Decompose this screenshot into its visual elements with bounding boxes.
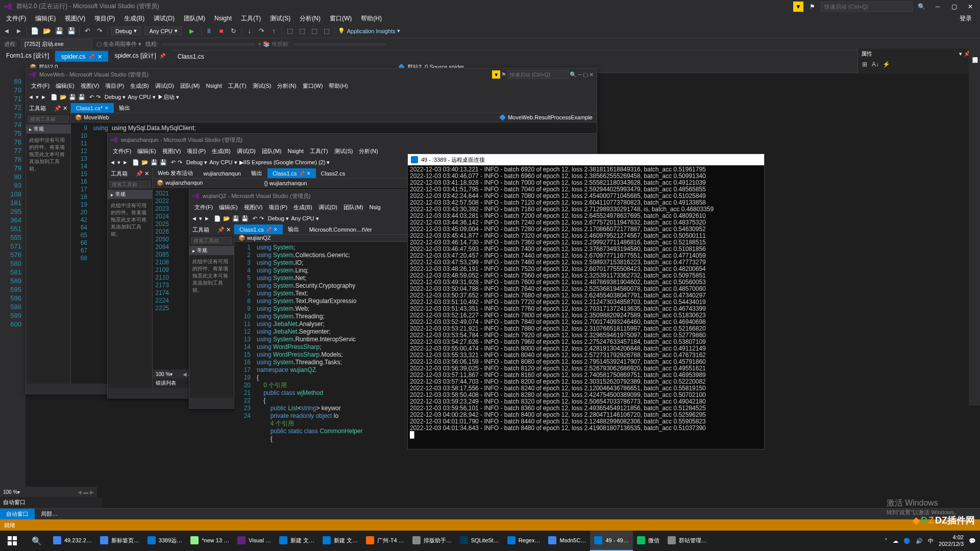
vs1-crumb2[interactable]: 🔷 MoveWeb.ResultProcessExample (499, 114, 593, 121)
platform-dropdown[interactable]: Any CPU ▾ (128, 94, 155, 101)
vs2-crumb2[interactable]: {} wujianzhanqun (264, 180, 307, 186)
menu-item[interactable]: 编辑(E) (53, 82, 78, 90)
stop-icon[interactable]: ■ (217, 27, 226, 36)
new-icon[interactable]: 📄 (214, 215, 221, 222)
menu-item[interactable]: 工具(T) (237, 13, 265, 24)
open-icon[interactable]: 📂 (60, 94, 67, 101)
rdp-titlebar[interactable]: 49 - :3389 - 远程桌面连接 (408, 154, 764, 165)
menu-item[interactable]: 视图(V) (78, 82, 103, 90)
taskbar-item[interactable]: 新标签页… (96, 531, 143, 551)
toolbar-icon[interactable]: ⬚ (298, 27, 307, 36)
nav-back-icon[interactable]: ◄ (28, 94, 34, 100)
taskbar-item[interactable]: 排版助手… (408, 531, 456, 551)
lifecycle-label[interactable]: ▢ 生命周期事件 ▾ (96, 40, 141, 48)
redo-icon[interactable]: ↷ (259, 215, 264, 222)
platform-dropdown[interactable]: Any CPU ▾ (209, 159, 237, 166)
document-tab[interactable]: Microsoft.Common…tVer (304, 224, 377, 234)
save-all-icon[interactable]: 💾 (160, 159, 167, 166)
document-tab[interactable]: Class1.cs (172, 51, 210, 62)
nav-back-icon[interactable]: ◄ (110, 159, 115, 165)
close-button[interactable]: ✕ (963, 2, 978, 12)
menu-item[interactable]: 分析(N) (296, 13, 325, 24)
bottom-panel-tab[interactable]: 局部… (35, 509, 64, 519)
menu-item[interactable]: 项目(P) (265, 203, 290, 212)
taskbar-item[interactable]: 新建 文… (275, 531, 318, 551)
start-button[interactable] (0, 531, 24, 551)
toolbox-search[interactable] (28, 115, 69, 123)
menu-item[interactable]: 工具(T) (225, 82, 250, 90)
config-dropdown[interactable]: Debug ▾ (186, 159, 207, 166)
taskbar-item[interactable]: Regex… (503, 531, 545, 551)
tray-cloud-icon[interactable]: ☁ (893, 538, 898, 544)
close-button[interactable]: ✕ (589, 71, 594, 78)
start-button[interactable]: ▶启动 ▾ (158, 93, 179, 101)
redo-icon[interactable]: ↷ (178, 159, 182, 166)
document-tab[interactable]: Class1.cs📌✕ (234, 224, 283, 234)
nav-fwd-icon[interactable]: ► (204, 215, 210, 221)
taskbar-item[interactable]: 49 - 49… (590, 531, 632, 551)
undo-icon[interactable]: ↶ (171, 159, 176, 166)
new-icon[interactable]: 📄 (51, 94, 58, 101)
menu-item[interactable]: 窗口(W) (326, 13, 356, 24)
open-icon[interactable]: 📂 (223, 215, 230, 222)
pin-icon[interactable]: 📌 ✕ (54, 105, 67, 112)
menu-item[interactable]: 窗口(W) (300, 82, 326, 90)
menu-item[interactable]: 项目(P) (184, 147, 209, 156)
taskbar-item[interactable]: 3389远… (143, 531, 186, 551)
menu-item[interactable]: 分析(N) (274, 82, 299, 90)
document-tab[interactable]: spider.cs📌✕ (55, 51, 108, 62)
menu-item[interactable]: 团队(M) (340, 203, 366, 212)
undo-icon[interactable]: ↶ (83, 27, 92, 36)
menu-item[interactable]: 团队(M) (180, 13, 209, 24)
events-icon[interactable]: ⚡ (881, 60, 891, 69)
vs2-zoom[interactable]: 100 % (156, 371, 170, 377)
document-tab[interactable]: spider.cs [设计]📌 (108, 49, 171, 62)
menu-item[interactable]: 项目(P) (90, 13, 119, 24)
menu-item[interactable]: Nsight (285, 147, 307, 155)
pause-icon[interactable]: ⏸ (205, 27, 214, 36)
redo-icon[interactable]: ↷ (96, 94, 101, 101)
undo-icon[interactable]: ↶ (89, 94, 94, 101)
vs1-quick-launch[interactable] (507, 70, 569, 79)
app-insights-button[interactable]: 💡 Application Insights ▾ (338, 28, 401, 34)
taskbar-item[interactable]: Msdn5C… (544, 531, 590, 551)
menu-item[interactable]: 团队(M) (177, 82, 203, 90)
step-out-icon[interactable]: ↑ (270, 27, 279, 36)
open-icon[interactable]: 📂 (141, 159, 149, 166)
bottom-panel-tab[interactable]: 自动窗口 (0, 509, 35, 519)
platform-dropdown[interactable]: Any CPU ▾ (291, 215, 318, 222)
step-over-icon[interactable]: ↷ (257, 27, 266, 36)
stackframe-dropdown[interactable] (294, 43, 386, 45)
save-all-icon[interactable]: 💾 (78, 94, 85, 101)
menu-item[interactable]: 视图(V) (159, 147, 184, 156)
nav-back-icon[interactable]: ◄ (2, 27, 11, 36)
solution-explorer-tab[interactable]: 解决方案资源管理器 (969, 48, 980, 406)
toolbox-group[interactable]: ▸ 常规 (26, 124, 70, 134)
toolbox-group[interactable]: ▸ 常规 (189, 246, 234, 255)
menu-item[interactable]: 调试(D) (152, 82, 177, 90)
taskbar-item[interactable]: 新建 文… (318, 531, 362, 551)
save-icon[interactable]: 💾 (55, 27, 64, 36)
vs1-crumb[interactable]: 📦 MoveWeb (75, 114, 109, 121)
menu-item[interactable]: 生成(B) (127, 82, 152, 90)
nav-back-icon[interactable]: ◄ (191, 215, 197, 221)
platform-dropdown[interactable]: Any CPU ▾ (144, 27, 182, 35)
menu-item[interactable]: 文件(F) (110, 147, 134, 156)
menu-item[interactable]: Nsight (210, 14, 236, 23)
menu-item[interactable]: 文件(F) (28, 82, 53, 90)
menu-item[interactable]: 生成(B) (120, 13, 149, 24)
menu-item[interactable]: 工具(T) (307, 147, 331, 156)
menu-item[interactable]: 编辑(E) (216, 203, 241, 212)
notification-filter-icon[interactable]: ▼ (793, 2, 803, 12)
menu-item[interactable]: Nsig (366, 204, 384, 211)
vs3-crumb[interactable]: 📦 wujianQZ (238, 235, 271, 241)
login-link[interactable]: 登录 (955, 13, 978, 24)
document-tab[interactable]: Class1.cs*✕ (71, 103, 114, 113)
process-dropdown[interactable]: [7252] 启动.exe (21, 39, 92, 49)
toolbar-icon[interactable]: ⬚ (285, 27, 295, 36)
maximize-button[interactable]: ▢ (583, 71, 588, 78)
notifications-icon[interactable]: 💬 (969, 538, 976, 544)
menu-item[interactable]: 编辑(E) (134, 147, 159, 156)
menu-item[interactable]: 编辑(E) (31, 13, 60, 24)
nav-fwd-icon[interactable]: ► (122, 159, 128, 165)
